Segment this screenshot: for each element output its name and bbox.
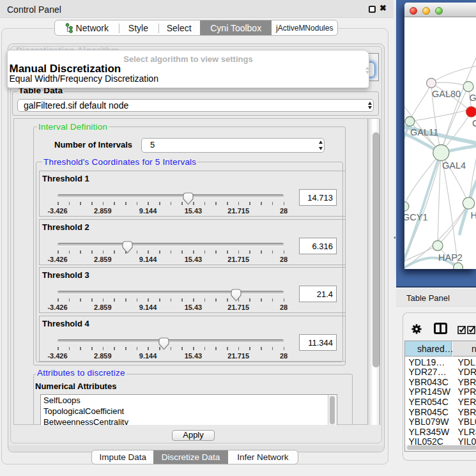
svg-text:GAL4: GAL4 [442, 160, 466, 171]
svg-text:GAL80: GAL80 [432, 89, 461, 99]
svg-text:G..: G.. [470, 93, 476, 103]
svg-text:H: H [471, 210, 476, 220]
svg-text:HAP2: HAP2 [438, 252, 463, 263]
svg-text:C: C [472, 118, 476, 128]
svg-text:GAL11: GAL11 [410, 127, 438, 137]
svg-text:GCY1: GCY1 [404, 212, 428, 222]
